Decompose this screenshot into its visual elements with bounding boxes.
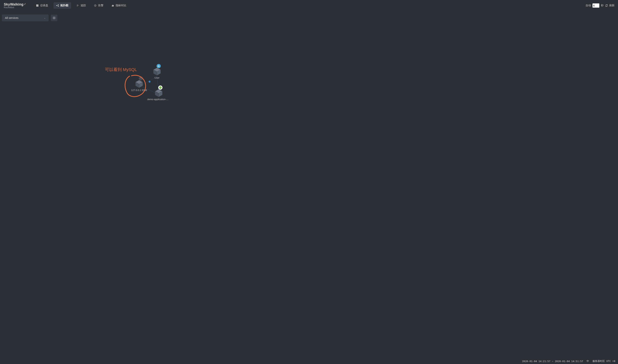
svg-line-4 <box>57 6 58 6</box>
logo-title: SkyWalking <box>4 2 26 6</box>
cube-icon <box>154 88 163 97</box>
topology-node-app[interactable]: demo-application-mys… <box>147 88 170 101</box>
trace-icon <box>76 4 79 7</box>
nav-trace-label: 追踪 <box>81 4 86 7</box>
svg-line-3 <box>57 5 58 5</box>
svg-rect-8 <box>112 6 112 6</box>
logo-prefix: Sky <box>4 2 10 6</box>
nav-dashboard-label: 仪表盘 <box>40 4 48 7</box>
node-user-label: User <box>155 77 160 79</box>
svg-rect-10 <box>113 5 114 6</box>
timezone-indicator[interactable]: 服务器时区 UTC +8 <box>592 359 615 363</box>
logo-subtitle: Rocketbot <box>4 6 26 9</box>
topology-canvas[interactable]: User 127.0.0.1:3306 demo <box>0 11 618 358</box>
nav-topology[interactable]: 拓扑图 <box>54 2 71 9</box>
alarm-icon <box>94 4 97 7</box>
topology-edges <box>0 11 618 358</box>
timezone-value: 服务器时区 UTC +8 <box>592 359 615 363</box>
nav-topology-label: 拓扑图 <box>60 4 68 7</box>
nav-trace[interactable]: 追踪 <box>74 2 89 9</box>
logo-suffix: Walking <box>10 2 23 6</box>
main-nav: 仪表盘 拓扑图 追踪 告警 指标对比 <box>33 2 129 9</box>
nav-dashboard[interactable]: 仪表盘 <box>33 2 51 9</box>
nav-alarm-label: 告警 <box>98 4 103 7</box>
annotation-text: 可以看到 MySQL <box>105 67 137 73</box>
cube-icon <box>134 79 144 88</box>
topology-node-mysql[interactable]: 127.0.0.1:3306 <box>131 79 147 91</box>
users-icon <box>157 64 161 68</box>
svg-point-28 <box>159 86 161 89</box>
refresh-icon <box>605 4 608 7</box>
svg-point-24 <box>140 79 140 79</box>
statusbar: 2020-01-04 14:21:57 ~ 2020-01-04 14:51:5… <box>0 358 618 364</box>
svg-rect-9 <box>113 5 113 6</box>
svg-point-2 <box>58 6 59 7</box>
nav-metrics-compare[interactable]: 指标对比 <box>109 2 129 9</box>
auto-unit: 秒 <box>601 4 604 7</box>
bar-chart-icon <box>111 4 114 7</box>
node-mysql-label: 127.0.0.1:3306 <box>131 89 147 91</box>
language-value: 中 <box>587 359 589 363</box>
nav-alarm[interactable]: 告警 <box>91 2 106 9</box>
dashboard-icon <box>36 4 39 7</box>
database-icon <box>139 76 143 80</box>
refresh-interval-input[interactable] <box>592 3 599 8</box>
topbar: SkyWalking Rocketbot 仪表盘 拓扑图 追踪 <box>0 0 618 11</box>
svg-point-0 <box>57 5 57 6</box>
language-switcher[interactable]: 中 <box>587 359 589 363</box>
auto-label: 自动 <box>586 4 591 7</box>
timerange-value: 2020-01-04 14:21:57 ~ 2020-01-04 14:51:5… <box>522 360 583 363</box>
topology-icon <box>56 4 59 7</box>
spring-icon <box>158 85 162 90</box>
timerange-picker[interactable]: 2020-01-04 14:21:57 ~ 2020-01-04 14:51:5… <box>522 360 583 363</box>
svg-point-20 <box>159 65 160 66</box>
svg-point-1 <box>58 5 59 5</box>
traffic-indicator <box>148 81 150 83</box>
refresh-label: 刷新 <box>609 4 615 7</box>
svg-point-19 <box>158 65 159 66</box>
cube-icon <box>152 67 161 76</box>
nav-metrics-compare-label: 指标对比 <box>116 4 126 7</box>
node-app-label: demo-application-mys… <box>147 98 170 101</box>
topbar-right: 自动 秒 刷新 <box>586 3 616 8</box>
logo: SkyWalking Rocketbot <box>2 2 28 9</box>
topology-node-user[interactable]: User <box>152 67 161 79</box>
refresh-button[interactable]: 刷新 <box>605 4 615 7</box>
rocket-icon <box>24 3 26 6</box>
